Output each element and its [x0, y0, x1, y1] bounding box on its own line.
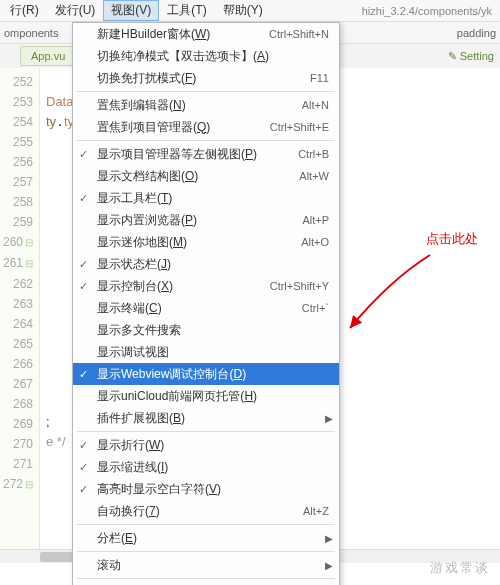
check-icon: ✓	[79, 439, 88, 452]
submenu-arrow-icon: ▶	[325, 560, 333, 571]
line-number: 270	[0, 434, 33, 454]
menu-run[interactable]: 行(R)	[2, 0, 47, 21]
menu-item-label: 显示工具栏(T)	[97, 190, 329, 207]
menu-item-label: 显示项目管理器等左侧视图(P)	[97, 146, 298, 163]
line-number: 259	[0, 212, 33, 232]
menu-shortcut: Alt+O	[301, 236, 329, 248]
menu-item[interactable]: 置焦到项目管理器(Q)Ctrl+Shift+E	[73, 116, 339, 138]
menu-item-label: 显示折行(W)	[97, 437, 329, 454]
menu-item-label: 显示内置浏览器(P)	[97, 212, 302, 229]
menu-shortcut: Ctrl+Shift+E	[270, 121, 329, 133]
settings-link[interactable]: ✎ Setting	[448, 50, 500, 63]
line-number: 263	[0, 294, 33, 314]
toolbar-right-text: padding	[457, 27, 496, 39]
line-number: 252	[0, 72, 33, 92]
menu-item[interactable]: ✓显示状态栏(J)	[73, 253, 339, 275]
menu-shortcut: Ctrl+Shift+N	[269, 28, 329, 40]
menu-item-label: 显示迷你地图(M)	[97, 234, 301, 251]
tab-app-vue[interactable]: App.vu	[20, 46, 76, 66]
menu-item[interactable]: ✓显示Webview调试控制台(D)	[73, 363, 339, 385]
breadcrumb-path: hizhi_3.2.4/components/yk	[362, 5, 498, 17]
line-number: 264	[0, 314, 33, 334]
line-number: 265	[0, 334, 33, 354]
menu-item[interactable]: 滚动▶	[73, 554, 339, 576]
line-number: 271	[0, 454, 33, 474]
menu-item[interactable]: 自动换行(7)Alt+Z	[73, 500, 339, 522]
menu-item-label: 显示Webview调试控制台(D)	[97, 366, 329, 383]
menu-item[interactable]: 显示内置浏览器(P)Alt+P	[73, 209, 339, 231]
menu-item-label: 显示终端(C)	[97, 300, 302, 317]
menu-item-label: 新建HBuilder窗体(W)	[97, 26, 269, 43]
menu-item[interactable]: 增大字体【Ctrl+鼠标滚动向上】Ctrl+=	[73, 581, 339, 585]
submenu-arrow-icon: ▶	[325, 413, 333, 424]
menu-separator	[77, 524, 335, 525]
menu-item[interactable]: ✓显示项目管理器等左侧视图(P)Ctrl+B	[73, 143, 339, 165]
menu-separator	[77, 91, 335, 92]
menu-shortcut: Alt+W	[299, 170, 329, 182]
menu-item[interactable]: 置焦到编辑器(N)Alt+N	[73, 94, 339, 116]
menu-item[interactable]: ✓显示控制台(X)Ctrl+Shift+Y	[73, 275, 339, 297]
menu-view[interactable]: 视图(V)	[103, 0, 159, 21]
menu-help[interactable]: 帮助(Y)	[215, 0, 271, 21]
menu-item-label: 显示调试视图	[97, 344, 329, 361]
menu-tools[interactable]: 工具(T)	[159, 0, 214, 21]
fold-icon[interactable]: ⊟	[25, 258, 33, 269]
line-number: 268	[0, 394, 33, 414]
menu-item[interactable]: 切换免打扰模式(F)F11	[73, 67, 339, 89]
menu-item[interactable]: ✓显示缩进线(I)	[73, 456, 339, 478]
line-number: 266	[0, 354, 33, 374]
menu-item-label: 显示文档结构图(O)	[97, 168, 299, 185]
line-number: 254	[0, 112, 33, 132]
line-number: 269	[0, 414, 33, 434]
menu-item[interactable]: 显示调试视图	[73, 341, 339, 363]
menu-item-label: 切换纯净模式【双击选项卡】(A)	[97, 48, 329, 65]
menu-item[interactable]: 切换纯净模式【双击选项卡】(A)	[73, 45, 339, 67]
gutter: 252253254255256257258259260⊟261⊟26226326…	[0, 68, 40, 563]
menu-separator	[77, 431, 335, 432]
check-icon: ✓	[79, 461, 88, 474]
menu-separator	[77, 140, 335, 141]
menu-item[interactable]: 显示uniCloud前端网页托管(H)	[73, 385, 339, 407]
menu-item[interactable]: 显示文档结构图(O)Alt+W	[73, 165, 339, 187]
menu-item-label: 插件扩展视图(B)	[97, 410, 329, 427]
menu-shortcut: Ctrl+Shift+Y	[270, 280, 329, 292]
check-icon: ✓	[79, 368, 88, 381]
menu-item[interactable]: ✓显示折行(W)	[73, 434, 339, 456]
menu-item[interactable]: 分栏(E)▶	[73, 527, 339, 549]
menu-item-label: 分栏(E)	[97, 530, 329, 547]
line-number: 257	[0, 172, 33, 192]
menu-item-label: 显示多文件搜索	[97, 322, 329, 339]
menu-separator	[77, 551, 335, 552]
check-icon: ✓	[79, 483, 88, 496]
menu-item-label: 显示uniCloud前端网页托管(H)	[97, 388, 329, 405]
view-menu-dropdown: 新建HBuilder窗体(W)Ctrl+Shift+N切换纯净模式【双击选项卡】…	[72, 22, 340, 585]
line-number: 267	[0, 374, 33, 394]
menu-item[interactable]: 显示终端(C)Ctrl+`	[73, 297, 339, 319]
annotation-text: 点击此处	[426, 230, 478, 248]
watermark: 游戏常谈	[430, 559, 490, 577]
menu-item[interactable]: ✓高亮时显示空白字符(V)	[73, 478, 339, 500]
menu-item[interactable]: 插件扩展视图(B)▶	[73, 407, 339, 429]
menu-item-label: 切换免打扰模式(F)	[97, 70, 310, 87]
menu-item[interactable]: 显示多文件搜索	[73, 319, 339, 341]
fold-icon[interactable]: ⊟	[25, 479, 33, 490]
menubar: 行(R) 发行(U) 视图(V) 工具(T) 帮助(Y) hizhi_3.2.4…	[0, 0, 500, 22]
menu-item-label: 高亮时显示空白字符(V)	[97, 481, 329, 498]
line-number: 261⊟	[0, 253, 33, 274]
menu-separator	[77, 578, 335, 579]
menu-item[interactable]: 显示迷你地图(M)Alt+O	[73, 231, 339, 253]
menu-item-label: 显示状态栏(J)	[97, 256, 329, 273]
toolbar-left-text: omponents	[4, 27, 58, 39]
menu-item[interactable]: ✓显示工具栏(T)	[73, 187, 339, 209]
line-number: 262	[0, 274, 33, 294]
check-icon: ✓	[79, 192, 88, 205]
line-number: 255	[0, 132, 33, 152]
menu-shortcut: F11	[310, 72, 329, 84]
menu-shortcut: Alt+N	[302, 99, 329, 111]
menu-item[interactable]: 新建HBuilder窗体(W)Ctrl+Shift+N	[73, 23, 339, 45]
menu-publish[interactable]: 发行(U)	[47, 0, 104, 21]
menu-shortcut: Ctrl+B	[298, 148, 329, 160]
fold-icon[interactable]: ⊟	[25, 237, 33, 248]
check-icon: ✓	[79, 280, 88, 293]
menu-item-label: 置焦到编辑器(N)	[97, 97, 302, 114]
